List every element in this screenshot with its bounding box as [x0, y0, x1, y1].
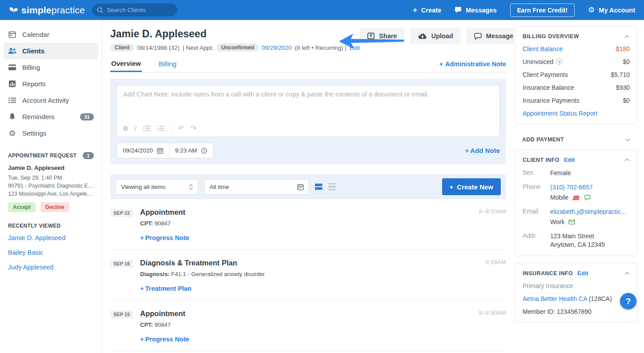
plus-icon: +	[140, 285, 144, 292]
timeline-row[interactable]: SEP 15 Appointment 8–8:50AM CPT: 90847 +…	[110, 301, 506, 351]
note-time-input[interactable]: 9:23 AM	[169, 143, 213, 158]
envelope-icon[interactable]	[568, 220, 575, 225]
timeline-date-badge: SEP 22	[110, 209, 133, 217]
timeline-row[interactable]: SEP 22 Appointment 8–8:50AM CPT: 90847 +…	[110, 199, 506, 250]
edit-insurance-info-link[interactable]: Edit	[577, 270, 588, 277]
chart-note-panel: B I ↶ ↷ 09/24/2020	[110, 79, 506, 164]
tab-overview[interactable]: Overview	[110, 60, 142, 72]
edit-appt-link[interactable]: Edit	[350, 44, 360, 51]
appt-recurrence: (8 left • Recurring) |	[295, 44, 346, 51]
accept-button[interactable]: Accept	[8, 202, 36, 212]
add-treatment-plan-link[interactable]: +Treatment Plan	[140, 285, 485, 292]
email-link[interactable]: elizabeth.j@simplepractic...	[550, 208, 626, 215]
item-type-filter-select[interactable]: Viewing all items	[116, 179, 198, 195]
timeline-date-badge: SEP 16	[110, 260, 133, 268]
phone-number-link[interactable]: (310) 702-6657	[550, 184, 593, 191]
message-button[interactable]: Message	[467, 28, 514, 44]
uninvoiced-value: $0	[623, 58, 630, 65]
detail-label: CPT:	[140, 220, 153, 227]
plus-icon: +	[465, 147, 469, 154]
bold-button[interactable]: B	[123, 124, 128, 132]
search-input[interactable]	[107, 7, 173, 13]
italic-button[interactable]: I	[135, 124, 137, 132]
list-view-icon	[328, 183, 336, 191]
insurance-provider-link[interactable]: Aetna Better Health CA	[523, 295, 587, 302]
create-button[interactable]: + Create	[413, 6, 441, 15]
question-circle-icon[interactable]: ?	[556, 59, 562, 65]
app-logo[interactable]: simplepractice	[9, 5, 85, 16]
member-id: Member ID: 1234567890	[523, 308, 630, 315]
sidebar-item-reminders[interactable]: Reminders 31	[4, 108, 98, 125]
address-label: Addr.	[523, 232, 550, 249]
timeline-row[interactable]: SEP 16 Diagnosis & Treatment Plan 9:28AM…	[110, 250, 506, 301]
messages-button[interactable]: Messages	[455, 7, 496, 14]
bullet-list-button[interactable]	[143, 125, 150, 131]
recently-viewed-link[interactable]: Judy Appleseed	[8, 264, 94, 271]
email-type: Work	[550, 218, 564, 226]
chevron-up-icon[interactable]	[624, 272, 630, 275]
note-date-input[interactable]: 09/24/2020	[117, 143, 169, 158]
address-line1: 123 Main Street	[550, 233, 594, 240]
sidebar-item-billing[interactable]: Billing	[4, 59, 98, 76]
redo-icon[interactable]: ↷	[190, 124, 196, 132]
edit-client-info-link[interactable]: Edit	[564, 156, 575, 163]
add-administrative-note-button[interactable]: + Administrative Note	[439, 60, 506, 72]
numbered-list-button[interactable]	[157, 125, 164, 131]
bar-chart-icon	[8, 80, 16, 87]
add-progress-note-link[interactable]: +Progress Note	[140, 234, 479, 241]
appointment-status-report-link[interactable]: Appointment Status Report	[523, 110, 597, 117]
sidebar-item-calendar[interactable]: Calendar	[4, 26, 98, 43]
card-view-toggle[interactable]	[315, 184, 322, 190]
top-navigation-bar: simplepractice + Create Messages Earn Fr…	[0, 0, 644, 20]
billing-overview-title: BILLING OVERVIEW	[523, 33, 579, 40]
insurance-payments-label: Insurance Payments	[523, 97, 580, 104]
timeline-row[interactable]: SEP 8 Appointment 8–8:50AM	[110, 351, 506, 353]
plus-icon: +	[140, 234, 144, 241]
recently-viewed-link[interactable]: Bailey Basic	[8, 249, 94, 256]
tab-billing[interactable]: Billing	[158, 60, 177, 72]
cloud-upload-icon	[418, 33, 427, 39]
chart-note-input[interactable]	[123, 91, 493, 120]
sidebar-item-reports[interactable]: Reports	[4, 76, 98, 92]
butterfly-logo-icon	[9, 7, 19, 14]
primary-insurance-label: Primary Insurance	[523, 282, 630, 289]
chart-note-editor[interactable]: B I ↶ ↷	[117, 85, 500, 137]
appointment-request-location: 123 Mississippi Ave, Los Angele...	[8, 190, 94, 198]
editor-toolbar: B I ↶ ↷	[123, 122, 493, 132]
billing-overview-card: BILLING OVERVIEW Client Balance$180 Unin…	[515, 26, 637, 124]
recently-viewed-link[interactable]: Jamie D. Appleseed	[8, 234, 94, 241]
next-appt-date-link[interactable]: 09/29/2020	[262, 44, 292, 51]
client-balance-link[interactable]: Client Balance	[523, 45, 563, 52]
phone-type: Mobile	[550, 193, 568, 202]
client-detail-main: Jamie D. Appleseed Client 08/14/1988 (32…	[102, 20, 514, 353]
chevron-up-icon[interactable]	[624, 35, 630, 38]
help-button[interactable]: ?	[620, 293, 636, 309]
my-account-button[interactable]: ⚙ My Account	[588, 6, 635, 14]
card-view-icon	[315, 184, 322, 190]
sidebar-item-account-activity[interactable]: Account Activity	[4, 92, 98, 108]
earn-free-credit-button[interactable]: Earn Free Credit!	[510, 4, 575, 17]
date-range-filter[interactable]: All time	[204, 179, 309, 195]
client-tabs: Overview Billing + Administrative Note	[110, 60, 506, 72]
create-new-button[interactable]: + Create New	[442, 178, 501, 195]
chevron-up-icon[interactable]	[624, 158, 630, 161]
sidebar-item-settings[interactable]: ⚙ Settings	[4, 125, 98, 141]
insurance-balance-value: $930	[616, 84, 630, 91]
sms-bubble-icon[interactable]	[584, 195, 591, 201]
add-note-button[interactable]: + Add Note	[465, 147, 500, 154]
list-view-toggle[interactable]	[328, 183, 336, 191]
share-button[interactable]: Share	[360, 28, 404, 44]
sidebar-item-clients[interactable]: Clients	[4, 43, 98, 59]
decline-button[interactable]: Decline	[40, 202, 69, 212]
bell-icon	[8, 113, 16, 120]
add-payment-section[interactable]: ADD PAYMENT	[515, 131, 637, 148]
search-icon	[97, 7, 103, 13]
add-progress-note-link[interactable]: +Progress Note	[140, 336, 479, 343]
appointment-request-client: Jamie D. Appleseed	[8, 164, 94, 171]
upload-button[interactable]: Upload	[411, 28, 461, 44]
phone-disabled-icon: ☎	[572, 195, 580, 201]
search-clients-box[interactable]	[92, 4, 177, 16]
timeline-time: 9:28AM	[485, 259, 506, 265]
undo-icon[interactable]: ↶	[178, 124, 184, 132]
calendar-icon	[8, 31, 16, 38]
